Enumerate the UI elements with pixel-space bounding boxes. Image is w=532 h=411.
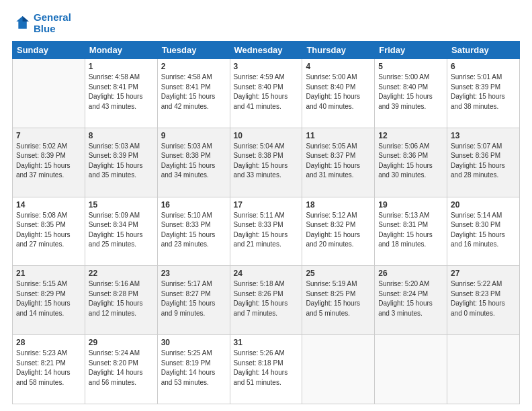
- calendar-cell: 25Sunrise: 5:19 AM Sunset: 8:25 PM Dayli…: [302, 266, 375, 335]
- calendar-cell: 30Sunrise: 5:25 AM Sunset: 8:19 PM Dayli…: [157, 335, 230, 404]
- day-number: 11: [306, 131, 371, 140]
- calendar-table: SundayMondayTuesdayWednesdayThursdayFrid…: [12, 41, 520, 404]
- day-number: 12: [378, 131, 443, 140]
- day-number: 22: [89, 269, 154, 278]
- day-detail: Sunrise: 5:04 AM Sunset: 8:38 PM Dayligh…: [234, 142, 299, 181]
- day-number: 13: [451, 131, 516, 140]
- day-number: 29: [89, 338, 154, 347]
- logo-text: General Blue: [34, 12, 71, 34]
- day-number: 30: [161, 338, 226, 347]
- logo-icon: [12, 14, 31, 33]
- day-detail: Sunrise: 4:58 AM Sunset: 8:41 PM Dayligh…: [89, 73, 154, 111]
- page: General Blue SundayMondayTuesdayWednesda…: [0, 0, 532, 411]
- calendar-cell: 28Sunrise: 5:23 AM Sunset: 8:21 PM Dayli…: [13, 335, 85, 404]
- weekday-header-wednesday: Wednesday: [230, 42, 302, 59]
- day-detail: Sunrise: 5:03 AM Sunset: 8:39 PM Dayligh…: [89, 142, 154, 181]
- day-number: 6: [451, 62, 516, 71]
- day-number: 25: [306, 269, 371, 278]
- day-number: 2: [161, 62, 226, 71]
- day-detail: Sunrise: 5:23 AM Sunset: 8:21 PM Dayligh…: [16, 349, 81, 387]
- calendar-cell: 19Sunrise: 5:13 AM Sunset: 8:31 PM Dayli…: [375, 197, 447, 266]
- calendar-cell: 26Sunrise: 5:20 AM Sunset: 8:24 PM Dayli…: [375, 266, 447, 335]
- day-number: 24: [234, 269, 299, 278]
- weekday-header-saturday: Saturday: [447, 42, 520, 59]
- calendar-cell: 24Sunrise: 5:18 AM Sunset: 8:26 PM Dayli…: [230, 266, 302, 335]
- calendar-cell: 15Sunrise: 5:09 AM Sunset: 8:34 PM Dayli…: [85, 197, 157, 266]
- day-detail: Sunrise: 5:05 AM Sunset: 8:37 PM Dayligh…: [306, 142, 371, 181]
- calendar-cell: [302, 335, 375, 404]
- day-number: 16: [161, 200, 226, 210]
- calendar-cell: 27Sunrise: 5:22 AM Sunset: 8:23 PM Dayli…: [447, 266, 520, 335]
- calendar-week-row: 1Sunrise: 4:58 AM Sunset: 8:41 PM Daylig…: [13, 59, 520, 128]
- calendar-cell: 13Sunrise: 5:07 AM Sunset: 8:36 PM Dayli…: [447, 128, 520, 197]
- calendar-cell: 1Sunrise: 4:58 AM Sunset: 8:41 PM Daylig…: [85, 59, 157, 128]
- day-number: 5: [378, 62, 443, 71]
- calendar-cell: 20Sunrise: 5:14 AM Sunset: 8:30 PM Dayli…: [447, 197, 520, 266]
- calendar-cell: 11Sunrise: 5:05 AM Sunset: 8:37 PM Dayli…: [302, 128, 375, 197]
- day-detail: Sunrise: 5:24 AM Sunset: 8:20 PM Dayligh…: [89, 349, 154, 387]
- day-number: 26: [378, 269, 443, 278]
- day-detail: Sunrise: 5:00 AM Sunset: 8:40 PM Dayligh…: [306, 73, 371, 111]
- calendar-cell: 9Sunrise: 5:03 AM Sunset: 8:38 PM Daylig…: [157, 128, 230, 197]
- day-detail: Sunrise: 5:01 AM Sunset: 8:39 PM Dayligh…: [451, 73, 516, 111]
- day-number: 27: [451, 269, 516, 278]
- day-detail: Sunrise: 5:00 AM Sunset: 8:40 PM Dayligh…: [378, 73, 443, 111]
- day-number: 31: [234, 338, 299, 347]
- day-number: 28: [16, 338, 81, 347]
- calendar-cell: 22Sunrise: 5:16 AM Sunset: 8:28 PM Dayli…: [85, 266, 157, 335]
- day-detail: Sunrise: 5:02 AM Sunset: 8:39 PM Dayligh…: [16, 142, 81, 181]
- weekday-header-thursday: Thursday: [302, 42, 375, 59]
- day-detail: Sunrise: 5:16 AM Sunset: 8:28 PM Dayligh…: [89, 279, 154, 318]
- day-detail: Sunrise: 5:25 AM Sunset: 8:19 PM Dayligh…: [161, 349, 226, 387]
- calendar-cell: 23Sunrise: 5:17 AM Sunset: 8:27 PM Dayli…: [157, 266, 230, 335]
- weekday-header-row: SundayMondayTuesdayWednesdayThursdayFrid…: [13, 42, 520, 59]
- day-detail: Sunrise: 5:18 AM Sunset: 8:26 PM Dayligh…: [234, 279, 299, 318]
- day-number: 21: [16, 269, 81, 278]
- calendar-week-row: 21Sunrise: 5:15 AM Sunset: 8:29 PM Dayli…: [13, 266, 520, 335]
- calendar-cell: 4Sunrise: 5:00 AM Sunset: 8:40 PM Daylig…: [302, 59, 375, 128]
- calendar-cell: 6Sunrise: 5:01 AM Sunset: 8:39 PM Daylig…: [447, 59, 520, 128]
- day-detail: Sunrise: 5:22 AM Sunset: 8:23 PM Dayligh…: [451, 279, 516, 318]
- day-detail: Sunrise: 5:14 AM Sunset: 8:30 PM Dayligh…: [451, 211, 516, 250]
- day-number: 1: [89, 62, 154, 71]
- weekday-header-sunday: Sunday: [13, 42, 85, 59]
- calendar-cell: 7Sunrise: 5:02 AM Sunset: 8:39 PM Daylig…: [13, 128, 85, 197]
- weekday-header-tuesday: Tuesday: [157, 42, 230, 59]
- header: General Blue: [12, 12, 520, 34]
- day-number: 14: [16, 200, 81, 210]
- logo: General Blue: [12, 12, 71, 34]
- day-detail: Sunrise: 4:59 AM Sunset: 8:40 PM Dayligh…: [234, 73, 299, 111]
- calendar-week-row: 14Sunrise: 5:08 AM Sunset: 8:35 PM Dayli…: [13, 197, 520, 266]
- day-detail: Sunrise: 5:12 AM Sunset: 8:32 PM Dayligh…: [306, 211, 371, 250]
- day-number: 3: [234, 62, 299, 71]
- calendar-cell: 16Sunrise: 5:10 AM Sunset: 8:33 PM Dayli…: [157, 197, 230, 266]
- calendar-cell: 8Sunrise: 5:03 AM Sunset: 8:39 PM Daylig…: [85, 128, 157, 197]
- svg-marker-1: [23, 16, 29, 21]
- day-number: 7: [16, 131, 81, 140]
- calendar-cell: 12Sunrise: 5:06 AM Sunset: 8:36 PM Dayli…: [375, 128, 447, 197]
- calendar-week-row: 28Sunrise: 5:23 AM Sunset: 8:21 PM Dayli…: [13, 335, 520, 404]
- day-detail: Sunrise: 5:09 AM Sunset: 8:34 PM Dayligh…: [89, 211, 154, 250]
- calendar-cell: [13, 59, 85, 128]
- calendar-cell: 18Sunrise: 5:12 AM Sunset: 8:32 PM Dayli…: [302, 197, 375, 266]
- day-detail: Sunrise: 5:06 AM Sunset: 8:36 PM Dayligh…: [378, 142, 443, 181]
- calendar-week-row: 7Sunrise: 5:02 AM Sunset: 8:39 PM Daylig…: [13, 128, 520, 197]
- weekday-header-monday: Monday: [85, 42, 157, 59]
- day-number: 15: [89, 200, 154, 210]
- day-detail: Sunrise: 5:08 AM Sunset: 8:35 PM Dayligh…: [16, 211, 81, 250]
- day-detail: Sunrise: 4:58 AM Sunset: 8:41 PM Dayligh…: [161, 73, 226, 111]
- day-number: 4: [306, 62, 371, 71]
- day-detail: Sunrise: 5:13 AM Sunset: 8:31 PM Dayligh…: [378, 211, 443, 250]
- calendar-cell: [447, 335, 520, 404]
- day-number: 9: [161, 131, 226, 140]
- day-number: 10: [234, 131, 299, 140]
- calendar-cell: [375, 335, 447, 404]
- calendar-cell: 3Sunrise: 4:59 AM Sunset: 8:40 PM Daylig…: [230, 59, 302, 128]
- day-detail: Sunrise: 5:10 AM Sunset: 8:33 PM Dayligh…: [161, 211, 226, 250]
- day-number: 19: [378, 200, 443, 210]
- calendar-cell: 5Sunrise: 5:00 AM Sunset: 8:40 PM Daylig…: [375, 59, 447, 128]
- day-number: 8: [89, 131, 154, 140]
- day-number: 20: [451, 200, 516, 210]
- day-detail: Sunrise: 5:26 AM Sunset: 8:18 PM Dayligh…: [234, 349, 299, 387]
- calendar-cell: 29Sunrise: 5:24 AM Sunset: 8:20 PM Dayli…: [85, 335, 157, 404]
